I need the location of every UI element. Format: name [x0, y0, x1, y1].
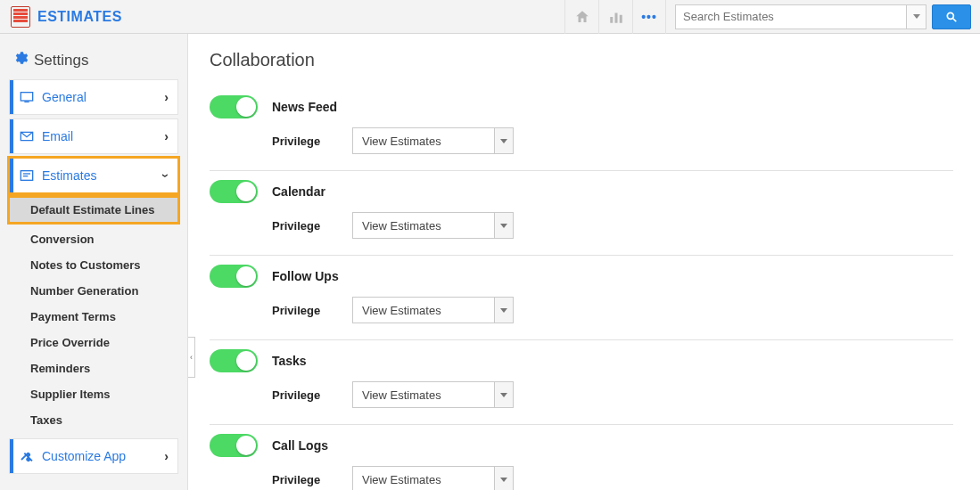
section-follow-ups: Follow Ups Privilege View Estimates	[210, 256, 953, 340]
privilege-label: Privilege	[272, 304, 352, 317]
page-title: Collaboration	[210, 50, 980, 70]
section-title: Calendar	[272, 184, 325, 199]
svg-rect-0	[610, 17, 613, 23]
nav-item-customize-app[interactable]: Customize App ›	[9, 438, 178, 474]
home-icon[interactable]	[564, 0, 598, 34]
chevron-right-icon: ›	[164, 449, 169, 463]
estimates-sub-list: Default Estimate Lines Conversion Notes …	[9, 197, 178, 433]
privilege-select-call-logs[interactable]: View Estimates	[352, 466, 495, 490]
privilege-select-calendar[interactable]: View Estimates	[352, 212, 495, 239]
section-tasks: Tasks Privilege View Estimates	[210, 340, 953, 425]
section-calendar: Calendar Privilege View Estimates	[210, 171, 953, 256]
chevron-right-icon: ›	[164, 129, 169, 143]
search-dropdown-caret[interactable]	[907, 4, 926, 29]
sub-item-payment-terms[interactable]: Payment Terms	[9, 304, 178, 330]
toggle-call-logs[interactable]	[210, 434, 258, 457]
sub-item-supplier-items[interactable]: Supplier Items	[9, 381, 178, 407]
section-title: News Feed	[272, 100, 337, 114]
toggle-tasks[interactable]	[210, 349, 258, 372]
nav-label: Customize App	[42, 449, 126, 463]
toggle-news-feed[interactable]	[210, 95, 258, 118]
nav-item-estimates[interactable]: Estimates ›	[9, 158, 178, 193]
chevron-down-icon[interactable]	[494, 381, 514, 408]
privilege-select-follow-ups[interactable]: View Estimates	[352, 297, 495, 323]
top-bar: ESTIMATES •••	[0, 0, 980, 34]
privilege-select-news-feed[interactable]: View Estimates	[352, 127, 495, 154]
privilege-label: Privilege	[272, 388, 352, 402]
gear-icon	[12, 50, 29, 70]
settings-title: Settings	[34, 52, 88, 69]
section-call-logs: Call Logs Privilege View Estimates	[210, 425, 953, 490]
chevron-down-icon[interactable]	[494, 212, 514, 239]
sub-item-taxes[interactable]: Taxes	[9, 407, 178, 433]
chevron-right-icon: ›	[164, 90, 169, 104]
chevron-down-icon[interactable]	[494, 127, 514, 154]
svg-rect-1	[614, 12, 617, 22]
more-icon[interactable]: •••	[632, 0, 666, 34]
section-title: Call Logs	[272, 438, 328, 453]
sub-item-reminders[interactable]: Reminders	[9, 355, 178, 381]
privilege-label: Privilege	[272, 473, 352, 486]
email-icon	[19, 131, 35, 142]
toggle-calendar[interactable]	[210, 180, 258, 203]
main-content: Collaboration News Feed Privilege View E…	[188, 34, 980, 490]
chevron-down-icon: ›	[160, 174, 174, 178]
sub-item-notes-to-customers[interactable]: Notes to Customers	[9, 252, 178, 278]
sidebar-collapse-handle[interactable]: ‹	[188, 337, 195, 378]
sub-item-number-generation[interactable]: Number Generation	[9, 278, 178, 304]
settings-heading: Settings	[9, 45, 178, 79]
nav-item-email[interactable]: Email ›	[9, 118, 178, 154]
nav-item-general[interactable]: General ›	[9, 79, 178, 115]
chart-icon[interactable]	[598, 0, 632, 34]
sub-item-conversion[interactable]: Conversion	[9, 226, 178, 252]
sub-item-default-estimate-lines[interactable]: Default Estimate Lines	[9, 197, 178, 223]
nav-label: Estimates	[42, 168, 96, 183]
general-icon	[19, 91, 35, 103]
search-button[interactable]	[932, 4, 971, 29]
section-title: Follow Ups	[272, 269, 339, 283]
nav-label: General	[42, 90, 86, 104]
app-title: ESTIMATES	[37, 9, 122, 25]
chevron-down-icon[interactable]	[494, 466, 514, 490]
section-news-feed: News Feed Privilege View Estimates	[210, 86, 953, 171]
svg-point-4	[947, 12, 953, 19]
nav-label: Email	[42, 129, 73, 143]
sub-item-price-override[interactable]: Price Override	[9, 330, 178, 355]
search-input[interactable]	[675, 4, 907, 29]
estimates-icon	[19, 169, 35, 182]
privilege-select-tasks[interactable]: View Estimates	[352, 381, 495, 408]
svg-marker-3	[913, 14, 920, 19]
app-logo-icon	[11, 6, 30, 28]
tools-icon	[19, 449, 35, 463]
svg-rect-2	[619, 14, 622, 22]
toggle-follow-ups[interactable]	[210, 265, 258, 288]
sidebar: Settings General › Email ›	[0, 34, 188, 490]
privilege-label: Privilege	[272, 219, 352, 233]
privilege-label: Privilege	[272, 135, 352, 148]
svg-line-5	[953, 18, 957, 21]
chevron-down-icon[interactable]	[494, 297, 514, 323]
svg-rect-6	[21, 93, 32, 101]
section-title: Tasks	[272, 354, 307, 368]
